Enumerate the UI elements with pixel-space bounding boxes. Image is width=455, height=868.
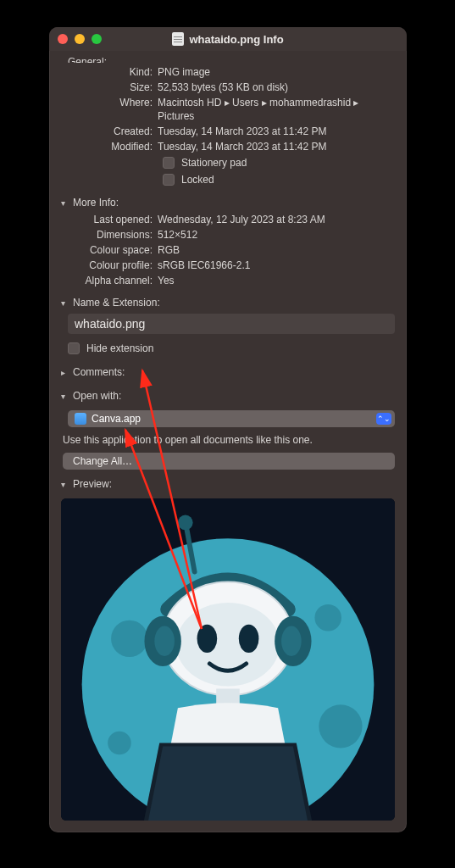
alpha-label: Alpha channel: <box>61 274 158 287</box>
last-opened-row: Last opened: Wednesday, 12 July 2023 at … <box>61 213 395 226</box>
last-opened-value: Wednesday, 12 July 2023 at 8:23 AM <box>158 213 395 226</box>
svg-point-12 <box>239 625 259 653</box>
last-opened-label: Last opened: <box>61 213 158 226</box>
dimensions-value: 512×512 <box>158 228 395 242</box>
change-all-button[interactable]: Change All… <box>63 453 395 470</box>
svg-point-5 <box>108 732 131 755</box>
chevron-down-icon: ▾ <box>61 198 69 208</box>
dimensions-row: Dimensions: 512×512 <box>61 228 395 242</box>
chevron-down-icon: ▾ <box>61 298 69 308</box>
more-info-header[interactable]: ▾ More Info: <box>61 197 395 209</box>
size-label: Size: <box>61 81 158 94</box>
locked-label: Locked <box>181 174 214 186</box>
svg-point-11 <box>197 625 218 653</box>
open-with-select[interactable]: Canva.app ⌃⌄ <box>68 410 395 427</box>
preview-label: Preview: <box>73 478 112 490</box>
minimize-button[interactable] <box>75 34 85 44</box>
close-button[interactable] <box>58 34 68 44</box>
preview-image <box>61 498 395 821</box>
created-row: Created: Tuesday, 14 March 2023 at 11:42… <box>61 125 395 138</box>
filename-input[interactable]: whataido.png <box>68 314 395 334</box>
comments-header[interactable]: ▸ Comments: <box>61 366 395 378</box>
name-ext-label: Name & Extension: <box>73 297 160 309</box>
size-value: 52,533 bytes (53 KB on disk) <box>158 81 395 94</box>
select-caret-icon: ⌃⌄ <box>376 413 391 425</box>
modified-label: Modified: <box>61 140 158 153</box>
hide-extension-checkbox[interactable] <box>68 342 80 354</box>
colour-profile-label: Colour profile: <box>61 259 158 272</box>
window-title: whataido.png Info <box>49 32 407 46</box>
name-ext-header[interactable]: ▾ Name & Extension: <box>61 297 395 309</box>
hide-extension-label: Hide extension <box>86 342 153 354</box>
hide-ext-row: Hide extension <box>68 342 395 354</box>
modified-row: Modified: Tuesday, 14 March 2023 at 11:4… <box>61 140 395 153</box>
dimensions-label: Dimensions: <box>61 228 158 242</box>
svg-point-15 <box>154 626 175 656</box>
stationery-checkbox[interactable] <box>163 157 175 169</box>
open-with-label: Open with: <box>73 390 121 402</box>
app-icon <box>75 413 86 425</box>
locked-checkbox[interactable] <box>163 174 175 186</box>
locked-row: Locked <box>163 174 395 186</box>
titlebar[interactable]: whataido.png Info <box>49 27 407 51</box>
content: General: Kind: PNG image Size: 52,533 by… <box>49 51 407 832</box>
kind-row: Kind: PNG image <box>61 65 395 79</box>
colour-profile-row: Colour profile: sRGB IEC61966-2.1 <box>61 259 395 272</box>
window-controls <box>58 34 102 44</box>
svg-point-4 <box>319 704 362 748</box>
created-label: Created: <box>61 125 158 138</box>
alpha-value: Yes <box>158 274 395 287</box>
colour-space-label: Colour space: <box>61 243 158 257</box>
open-with-header[interactable]: ▾ Open with: <box>61 390 395 402</box>
where-value: Macintosh HD ▸ Users ▸ mohammedrashid ▸ … <box>158 96 395 123</box>
colour-space-row: Colour space: RGB <box>61 243 395 257</box>
chevron-down-icon: ▾ <box>61 480 69 489</box>
created-value: Tuesday, 14 March 2023 at 11:42 PM <box>158 125 395 138</box>
open-with-hint: Use this application to open all documen… <box>63 434 395 446</box>
chevron-down-icon: ▾ <box>61 392 69 401</box>
info-window: whataido.png Info General: Kind: PNG ima… <box>49 27 407 832</box>
svg-point-10 <box>176 603 280 687</box>
modified-value: Tuesday, 14 March 2023 at 11:42 PM <box>158 140 395 153</box>
size-row: Size: 52,533 bytes (53 KB on disk) <box>61 81 395 94</box>
where-label: Where: <box>61 96 158 123</box>
window-title-text: whataido.png Info <box>189 33 283 46</box>
general-header-clipped: General: <box>68 56 395 63</box>
more-info-label: More Info: <box>73 197 119 209</box>
colour-profile-value: sRGB IEC61966-2.1 <box>158 259 395 272</box>
svg-point-2 <box>111 620 147 657</box>
svg-point-16 <box>281 626 302 656</box>
stationery-label: Stationery pad <box>181 157 247 169</box>
open-with-app: Canva.app <box>92 413 141 425</box>
preview-header[interactable]: ▾ Preview: <box>61 478 395 490</box>
document-icon <box>172 32 184 46</box>
chevron-right-icon: ▸ <box>61 368 69 377</box>
svg-point-7 <box>178 515 193 531</box>
kind-label: Kind: <box>61 65 158 79</box>
alpha-row: Alpha channel: Yes <box>61 274 395 287</box>
colour-space-value: RGB <box>158 243 395 257</box>
svg-point-3 <box>314 604 341 632</box>
kind-value: PNG image <box>158 65 395 79</box>
zoom-button[interactable] <box>92 34 102 44</box>
where-row: Where: Macintosh HD ▸ Users ▸ mohammedra… <box>61 96 395 123</box>
comments-label: Comments: <box>73 366 125 378</box>
stationery-row: Stationery pad <box>163 157 395 169</box>
